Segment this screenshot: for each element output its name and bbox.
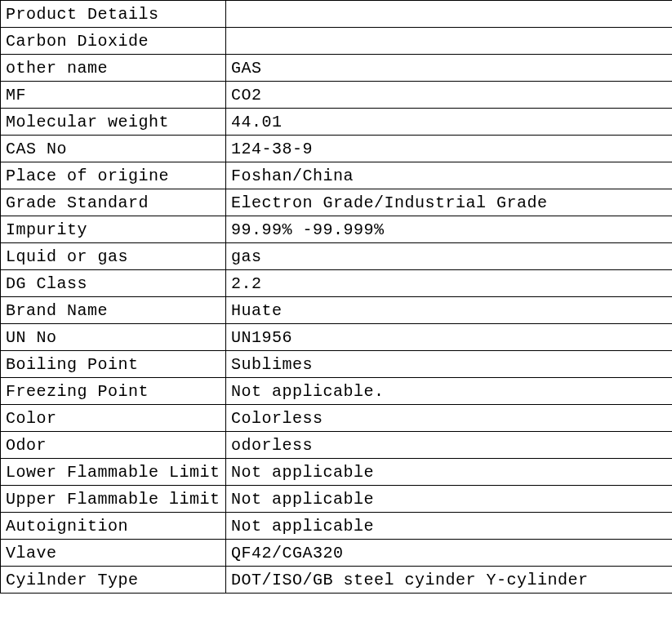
table-row: other nameGAS: [1, 55, 673, 82]
row-label: Boiling Point: [1, 351, 226, 378]
row-value: gas: [226, 243, 673, 270]
table-row: Grade StandardElectron Grade/Industrial …: [1, 189, 673, 216]
table-row: Product Details: [1, 1, 673, 28]
row-value: QF42/CGA320: [226, 540, 673, 567]
row-value: Not applicable: [226, 513, 673, 540]
row-value: 99.99% -99.999%: [226, 216, 673, 243]
row-value: [226, 28, 673, 55]
table-row: Impurity99.99% -99.999%: [1, 216, 673, 243]
row-value: UN1956: [226, 324, 673, 351]
row-value: [226, 1, 673, 28]
row-label: Lower Flammable Limit: [1, 459, 226, 486]
table-row: Brand NameHuate: [1, 297, 673, 324]
row-label: DG Class: [1, 270, 226, 297]
table-row: Molecular weight44.01: [1, 109, 673, 136]
table-row: ColorColorless: [1, 405, 673, 432]
row-value: 124-38-9: [226, 136, 673, 162]
table-row: Place of origineFoshan/China: [1, 162, 673, 189]
table-row: Lower Flammable LimitNot applicable: [1, 459, 673, 486]
table-row: CAS No124-38-9: [1, 136, 673, 162]
table-row: Boiling Point Sublimes: [1, 351, 673, 378]
row-label: Carbon Dioxide: [1, 28, 226, 55]
row-value: Huate: [226, 297, 673, 324]
row-value: GAS: [226, 55, 673, 82]
table-row: MFCO2: [1, 82, 673, 109]
table-row: Freezing Point Not applicable.: [1, 378, 673, 405]
table-row: Cyilnder TypeDOT/ISO/GB steel cyinder Y-…: [1, 567, 673, 594]
row-label: MF: [1, 82, 226, 109]
row-label: Freezing Point: [1, 378, 226, 405]
row-value: 44.01: [226, 109, 673, 136]
row-value: Sublimes: [226, 351, 673, 378]
row-value: DOT/ISO/GB steel cyinder Y-cylinder: [226, 567, 673, 594]
row-label: Brand Name: [1, 297, 226, 324]
row-label: Grade Standard: [1, 189, 226, 216]
table-row: Upper Flammable limitNot applicable: [1, 486, 673, 513]
table-row: Carbon Dioxide: [1, 28, 673, 55]
table-row: UN NoUN1956: [1, 324, 673, 351]
row-label: Molecular weight: [1, 109, 226, 136]
row-label: Autoignition: [1, 513, 226, 540]
row-value: Not applicable.: [226, 378, 673, 405]
table-body: Product Details Carbon Dioxide other nam…: [1, 1, 673, 594]
row-label: Odor: [1, 432, 226, 459]
row-label: CAS No: [1, 136, 226, 162]
table-row: Odorodorless: [1, 432, 673, 459]
table-row: Lquid or gasgas: [1, 243, 673, 270]
row-label: other name: [1, 55, 226, 82]
row-value: Electron Grade/Industrial Grade: [226, 189, 673, 216]
row-value: Not applicable: [226, 459, 673, 486]
row-value: odorless: [226, 432, 673, 459]
row-label: Impurity: [1, 216, 226, 243]
row-value: Colorless: [226, 405, 673, 432]
row-label: Cyilnder Type: [1, 567, 226, 594]
row-label: UN No: [1, 324, 226, 351]
row-value: 2.2: [226, 270, 673, 297]
row-label: Product Details: [1, 1, 226, 28]
row-label: Upper Flammable limit: [1, 486, 226, 513]
row-value: Not applicable: [226, 486, 673, 513]
product-details-table: Product Details Carbon Dioxide other nam…: [0, 0, 672, 594]
table-row: VlaveQF42/CGA320: [1, 540, 673, 567]
row-value: Foshan/China: [226, 162, 673, 189]
row-label: Color: [1, 405, 226, 432]
table-row: DG Class2.2: [1, 270, 673, 297]
row-label: Vlave: [1, 540, 226, 567]
table-row: AutoignitionNot applicable: [1, 513, 673, 540]
row-label: Place of origine: [1, 162, 226, 189]
row-label: Lquid or gas: [1, 243, 226, 270]
row-value: CO2: [226, 82, 673, 109]
